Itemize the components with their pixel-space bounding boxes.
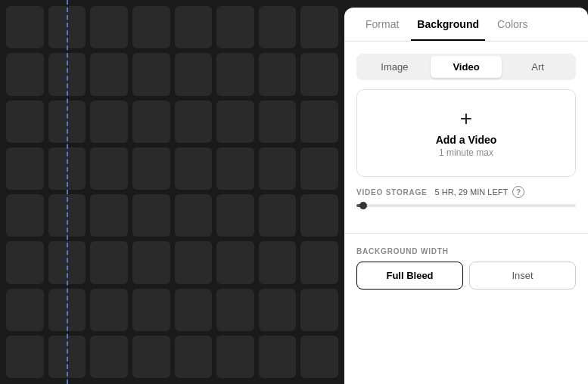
grid-cell: [90, 241, 128, 283]
plus-icon: +: [460, 108, 472, 129]
sub-tab-image[interactable]: Image: [359, 56, 431, 78]
grid-cell: [6, 53, 44, 95]
grid-cell: [175, 101, 213, 143]
bg-width-inset[interactable]: Inset: [469, 262, 576, 290]
grid-cell: [175, 289, 213, 331]
grid-cell: [90, 336, 128, 378]
grid-cell: [300, 194, 338, 237]
grid-cell: [216, 6, 254, 48]
grid-cell: [6, 147, 44, 190]
right-panel: Format Background Colors Image Video Art…: [344, 8, 588, 384]
bg-width-section: BACKGROUND WIDTH Full Bleed Inset: [356, 244, 576, 290]
tab-background[interactable]: Background: [411, 8, 485, 41]
sub-tab-art[interactable]: Art: [502, 56, 574, 78]
grid-cell: [175, 336, 213, 378]
grid-cell: [175, 53, 213, 95]
grid-cell: [90, 101, 128, 143]
grid-cell: [259, 194, 297, 237]
tab-format[interactable]: Format: [359, 8, 405, 41]
sub-tab-video[interactable]: Video: [431, 56, 502, 78]
grid-cell: [175, 147, 213, 190]
storage-value: 5 HR, 29 MIN LEFT: [435, 187, 509, 197]
grid-panel: [0, 0, 344, 384]
grid-cell: [132, 147, 170, 190]
add-video-title: Add a Video: [436, 134, 497, 146]
grid-cell: [90, 147, 128, 190]
storage-section: VIDEO STORAGE 5 HR, 29 MIN LEFT ?: [356, 186, 576, 207]
storage-bar-dot: [359, 202, 367, 209]
grid-cell: [216, 289, 254, 331]
grid-cell: [216, 336, 254, 378]
grid-cell: [216, 194, 254, 237]
storage-bar-track: [356, 204, 576, 207]
grid-cell: [132, 194, 170, 237]
tab-colors[interactable]: Colors: [491, 8, 534, 41]
grid-cell: [300, 289, 338, 331]
grid-cell: [6, 101, 44, 143]
grid-container: [0, 0, 344, 384]
grid-cell: [132, 241, 170, 283]
grid-cell: [6, 6, 44, 48]
grid-cell: [132, 53, 170, 95]
grid-cell: [259, 53, 297, 95]
bg-width-label: BACKGROUND WIDTH: [356, 247, 576, 255]
grid-cell: [300, 241, 338, 283]
storage-info-icon[interactable]: ?: [512, 186, 524, 198]
grid-cell: [216, 101, 254, 143]
tab-bar: Format Background Colors: [344, 8, 588, 42]
grid-cell: [300, 6, 338, 48]
grid-cell: [300, 101, 338, 143]
grid-cell: [6, 241, 44, 283]
grid-cell: [132, 289, 170, 331]
sub-tab-bar: Image Video Art: [356, 54, 576, 80]
grid-cell: [300, 147, 338, 190]
grid-cell: [216, 53, 254, 95]
grid-cell: [300, 53, 338, 95]
grid-cell: [6, 194, 44, 237]
grid-cell: [259, 289, 297, 331]
grid-cell: [175, 6, 213, 48]
grid-cell: [259, 147, 297, 190]
add-video-subtitle: 1 minute max: [439, 147, 493, 158]
dashed-selection-line: [67, 0, 68, 384]
grid-cell: [6, 289, 44, 331]
grid-cell: [259, 241, 297, 283]
grid-cell: [90, 53, 128, 95]
grid-cell: [300, 336, 338, 378]
grid-cell: [132, 101, 170, 143]
grid-cell: [132, 336, 170, 378]
bg-width-options: Full Bleed Inset: [356, 262, 576, 290]
grid-cell: [216, 147, 254, 190]
grid-cell: [216, 241, 254, 283]
divider: [344, 233, 588, 234]
grid-cell: [259, 336, 297, 378]
storage-label: VIDEO STORAGE: [356, 188, 428, 197]
add-video-area[interactable]: + Add a Video 1 minute max: [356, 89, 576, 177]
grid-cell: [175, 194, 213, 237]
grid-cell: [259, 101, 297, 143]
bg-width-full-bleed[interactable]: Full Bleed: [356, 262, 463, 290]
grid-cell: [132, 6, 170, 48]
grid-cell: [90, 6, 128, 48]
grid-cell: [175, 241, 213, 283]
grid-cell: [90, 194, 128, 237]
grid-cell: [90, 289, 128, 331]
grid-cell: [6, 336, 44, 378]
grid-cell: [259, 6, 297, 48]
